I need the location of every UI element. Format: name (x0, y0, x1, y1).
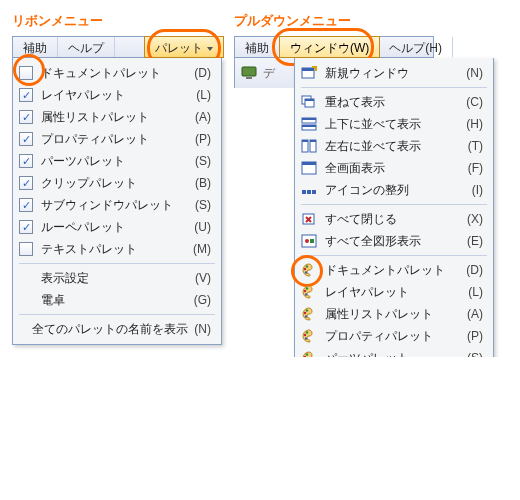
menu-item-accel: (D) (466, 263, 483, 277)
pulldown-item[interactable]: すべて閉じる(X) (295, 208, 493, 230)
ribbon-item[interactable]: ✓サブウィンドウパレット(S) (13, 194, 221, 216)
ribbon-item[interactable]: ✓ルーペパレット(U) (13, 216, 221, 238)
palette-icon (299, 283, 319, 301)
checkbox-icon[interactable] (19, 66, 33, 80)
svg-rect-9 (302, 118, 316, 120)
checkbox-icon[interactable]: ✓ (19, 154, 33, 168)
menu-item-label: すべて閉じる (325, 211, 461, 228)
svg-point-24 (304, 268, 306, 270)
palette-icon (299, 305, 319, 323)
section-title-ribbon: リボンメニュー (12, 12, 224, 30)
pulldown-item[interactable]: パーツパレット(S) (295, 347, 493, 357)
svg-point-32 (305, 315, 307, 317)
ribbon-item[interactable]: 電卓(G) (13, 289, 221, 311)
svg-rect-23 (310, 239, 314, 243)
pulldown-item[interactable]: 属性リストパレット(A) (295, 303, 493, 325)
menu-item-accel: (L) (196, 88, 211, 102)
pulldown-tab-aux[interactable]: 補助 (235, 37, 280, 57)
checkbox-icon[interactable]: ✓ (19, 176, 33, 190)
pulldown-tab-window[interactable]: ウィンドウ(W) (279, 36, 380, 58)
ribbon-item[interactable]: ✓クリップパレット(B) (13, 172, 221, 194)
spacer (17, 320, 26, 338)
pulldown-item[interactable]: 全画面表示(F) (295, 157, 493, 179)
checkbox-icon[interactable]: ✓ (19, 220, 33, 234)
svg-point-34 (306, 331, 308, 333)
separator (19, 263, 215, 264)
menu-item-label: アイコンの整列 (325, 182, 466, 199)
pulldown-item[interactable]: すべて全図形表示(E) (295, 230, 493, 252)
ribbon-item[interactable]: ✓属性リストパレット(A) (13, 106, 221, 128)
checkbox-icon[interactable]: ✓ (19, 198, 33, 212)
pulldown-tab-help[interactable]: ヘルプ(H) (379, 37, 453, 57)
menu-item-accel: (P) (467, 329, 483, 343)
menu-item-accel: (A) (467, 307, 483, 321)
ribbon-item[interactable]: ドキュメントパレット(D) (13, 62, 221, 84)
palette-icon (299, 327, 319, 345)
menu-item-label: 属性リストパレット (41, 109, 189, 126)
palette-icon (299, 349, 319, 357)
pulldown-item[interactable]: 上下に並べて表示(H) (295, 113, 493, 135)
checkbox-slot (17, 291, 35, 309)
ribbon-item-show-all-names[interactable]: 全てのパレットの名前を表示 (N) (13, 318, 221, 340)
ribbon-tab-help[interactable]: ヘルプ (58, 37, 115, 57)
menu-item-label: 左右に並べて表示 (325, 138, 462, 155)
menu-item-label: 表示設定 (41, 270, 189, 287)
ribbon-item[interactable]: ✓パーツパレット(S) (13, 150, 221, 172)
pulldown-item[interactable]: レイヤパレット(L) (295, 281, 493, 303)
menu-item-label: 全画面表示 (325, 160, 462, 177)
svg-rect-10 (302, 125, 316, 127)
menu-item-label: すべて全図形表示 (325, 233, 461, 250)
menu-item-label: ドキュメントパレット (325, 262, 460, 279)
pulldown-item[interactable]: アイコンの整列(I) (295, 179, 493, 201)
close-all-icon (299, 210, 319, 228)
cascade-icon (299, 93, 319, 111)
ribbon-tab-palette-label: パレット (155, 40, 203, 57)
menu-item-label: パーツパレット (325, 350, 461, 358)
svg-point-30 (304, 312, 306, 314)
checkbox-icon[interactable] (19, 242, 33, 256)
svg-rect-1 (246, 77, 252, 79)
pulldown-item[interactable]: プロパティパレット(P) (295, 325, 493, 347)
ribbon-tab-palette[interactable]: パレット (144, 36, 224, 58)
menu-item-label: レイヤパレット (325, 284, 462, 301)
ribbon-item[interactable]: 表示設定(V) (13, 267, 221, 289)
svg-rect-17 (302, 190, 306, 194)
pulldown-item[interactable]: 重ねて表示(C) (295, 91, 493, 113)
ribbon-tab-aux[interactable]: 補助 (13, 37, 58, 57)
menu-item-accel: (G) (194, 293, 211, 307)
svg-rect-6 (305, 99, 314, 101)
checkbox-slot (17, 269, 35, 287)
pulldown-item[interactable]: 新規ウィンドウ(N) (295, 62, 493, 84)
menu-item-accel: (B) (195, 176, 211, 190)
ribbon-item[interactable]: ✓レイヤパレット(L) (13, 84, 221, 106)
menu-item-label: 上下に並べて表示 (325, 116, 460, 133)
checkbox-slot: ✓ (17, 196, 35, 214)
menu-item-accel: (H) (466, 117, 483, 131)
menu-item-label: クリップパレット (41, 175, 189, 192)
checkbox-icon[interactable]: ✓ (19, 88, 33, 102)
menu-item-accel: (F) (468, 161, 483, 175)
svg-point-35 (305, 337, 307, 339)
checkbox-icon[interactable]: ✓ (19, 110, 33, 124)
pulldown-item[interactable]: 左右に並べて表示(T) (295, 135, 493, 157)
ribbon-menubar: 補助 ヘルプ パレット (12, 36, 224, 58)
menu-item-label: 属性リストパレット (325, 306, 461, 323)
separator (301, 204, 487, 205)
pulldown-menubar: 補助 ウィンドウ(W) ヘルプ(H) (234, 36, 434, 58)
svg-point-27 (304, 290, 306, 292)
palette-icon (299, 261, 319, 279)
checkbox-icon[interactable]: ✓ (19, 132, 33, 146)
svg-point-22 (305, 239, 309, 243)
menu-item-accel: (S) (195, 154, 211, 168)
menu-item-label: 新規ウィンドウ (325, 65, 460, 82)
separator (19, 314, 215, 315)
checkbox-slot: ✓ (17, 218, 35, 236)
ribbon-item[interactable]: テキストパレット(M) (13, 238, 221, 260)
separator (301, 87, 487, 88)
pulldown-item[interactable]: ドキュメントパレット(D) (295, 259, 493, 281)
svg-rect-18 (307, 190, 311, 194)
menu-item-label: プロパティパレット (41, 131, 189, 148)
checkbox-slot (17, 64, 35, 82)
menu-item-accel: (X) (467, 212, 483, 226)
ribbon-item[interactable]: ✓プロパティパレット(P) (13, 128, 221, 150)
